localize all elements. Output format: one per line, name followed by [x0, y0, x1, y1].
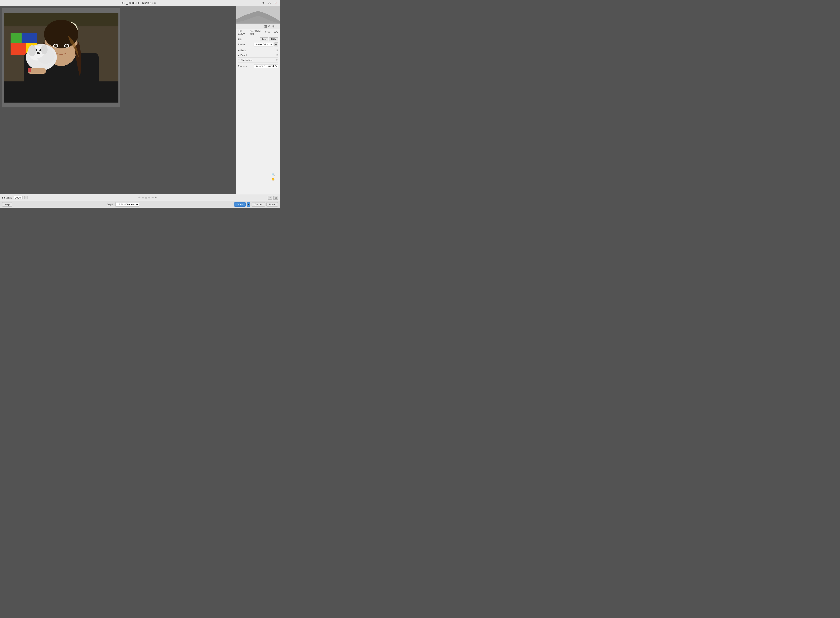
detail-eye-icon[interactable]: ◎	[276, 54, 278, 56]
bottom-right: □ ▥	[268, 196, 278, 200]
svg-point-16	[54, 45, 57, 47]
calibration-chevron: ▼	[238, 59, 240, 61]
photo-container	[2, 8, 120, 107]
svg-rect-6	[10, 33, 22, 43]
settings-button[interactable]: ⚙	[267, 1, 272, 5]
calibration-section[interactable]: ▼ Calibration ◎	[238, 58, 278, 62]
footer-left: Help	[2, 202, 12, 206]
svg-point-27	[41, 45, 48, 54]
profile-label: Profile	[238, 43, 245, 46]
depth-select[interactable]: 8 Bits/Channel 16 Bits/Channel 32 Bits/C…	[115, 202, 139, 206]
detail-section[interactable]: ▶ Detail ◎	[238, 53, 278, 58]
detail-chevron: ▶	[238, 54, 239, 56]
edit-label: Edit	[238, 38, 242, 41]
bw-button[interactable]: B&W	[269, 37, 278, 41]
histogram-area	[236, 6, 280, 24]
split-view-btn[interactable]: ▥	[274, 196, 278, 200]
profile-select[interactable]: Adobe Color Adobe Landscape Adobe Portra…	[254, 43, 274, 46]
process-label: Process	[238, 65, 247, 68]
aperture-value: f/2.8	[265, 31, 270, 34]
hand-tool-icon[interactable]: ✋	[271, 177, 275, 181]
share-button[interactable]: ⬆	[261, 1, 266, 5]
profile-grid-icon[interactable]: ⊞	[274, 43, 278, 46]
shutter-value: 1/60s	[272, 31, 278, 34]
svg-rect-7	[22, 33, 37, 43]
bottom-bar: Fit (26%) ▾ ★ ★ ★ ★ ★ ⚑ □ ▥	[0, 194, 280, 201]
footer-center: Depth: 8 Bits/Channel 16 Bits/Channel 32…	[107, 202, 139, 206]
edit-buttons: Auto B&W	[260, 37, 278, 41]
star-2[interactable]: ★	[141, 196, 144, 199]
more-options-icon[interactable]: ⋯	[275, 24, 279, 28]
lens-value: 24-70@57 mm	[250, 30, 262, 35]
depth-label: Depth:	[107, 203, 114, 206]
footer-right: Open ▾ Cancel Done	[234, 202, 278, 207]
photo-inner	[4, 13, 119, 103]
bottom-left: Fit (26%) ▾	[2, 196, 28, 199]
close-button[interactable]: ✕	[274, 1, 278, 5]
done-button[interactable]: Done	[266, 202, 278, 206]
star-1[interactable]: ★	[138, 196, 141, 199]
iso-value: ISO 11400	[238, 30, 247, 35]
profile-select-wrap: Adobe Color Adobe Landscape Adobe Portra…	[254, 43, 278, 46]
eye-view-icon[interactable]: ◎	[271, 24, 275, 28]
basic-chevron: ▶	[238, 49, 239, 52]
zoom-input[interactable]	[14, 196, 23, 199]
open-button[interactable]: Open	[234, 202, 246, 206]
main-layout: ▦ ⊕ ◎ ⋯ ISO 11400 24-70@57 mm f/2.8 1/60…	[0, 6, 280, 194]
edit-row: Edit Auto B&W	[238, 37, 278, 41]
histogram-toggle-icon[interactable]: ▦	[263, 24, 267, 28]
svg-point-25	[37, 52, 40, 54]
process-select[interactable]: Version 6 (Current) Version 5 Version 4 …	[254, 64, 278, 68]
star-3[interactable]: ★	[145, 196, 147, 199]
title-bar-actions: ⬆ ⚙ ✕	[261, 1, 278, 5]
calibration-eye-icon[interactable]: ◎	[276, 58, 278, 61]
photo-display	[4, 13, 119, 103]
meta-strip: ISO 11400 24-70@57 mm f/2.8 1/60s	[236, 29, 280, 36]
profile-row: Profile Adobe Color Adobe Landscape Adob…	[238, 43, 278, 46]
footer-bar: Help Depth: 8 Bits/Channel 16 Bits/Chann…	[0, 201, 280, 208]
crop-icon[interactable]: ⊕	[267, 24, 271, 28]
stars-rating: ★ ★ ★ ★ ★ ⚑	[138, 196, 157, 199]
svg-point-26	[28, 45, 36, 56]
calibration-section-left: ▼ Calibration	[238, 59, 253, 61]
canvas-area	[0, 6, 236, 194]
detail-title: Detail	[240, 54, 247, 56]
br-icons: 🔍 ✋	[271, 172, 275, 181]
svg-rect-8	[10, 43, 26, 55]
fit-label: Fit (26%)	[2, 196, 12, 199]
histogram-chart	[236, 6, 280, 24]
edit-section: Edit Auto B&W Profile Adobe Color Adobe …	[236, 36, 280, 194]
calibration-content: Process Version 6 (Current) Version 5 Ve…	[238, 62, 278, 69]
help-button[interactable]: Help	[2, 202, 12, 206]
basic-section[interactable]: ▶ Basic ◎	[238, 48, 278, 53]
title-bar: DSC_0038.NEF - Nikon Z 6 3 ⬆ ⚙ ✕	[0, 0, 280, 6]
basic-eye-icon[interactable]: ◎	[276, 49, 278, 52]
open-dropdown-arrow[interactable]: ▾	[247, 202, 250, 207]
right-panel: ▦ ⊕ ◎ ⋯ ISO 11400 24-70@57 mm f/2.8 1/60…	[236, 6, 280, 194]
zoom-dropdown[interactable]: ▾	[24, 196, 28, 199]
svg-rect-29	[28, 68, 31, 72]
flag-icon[interactable]: ⚑	[155, 196, 157, 199]
basic-title: Basic	[240, 49, 246, 52]
star-4[interactable]: ★	[148, 196, 151, 199]
single-view-btn[interactable]: □	[268, 196, 272, 200]
svg-point-18	[65, 45, 68, 47]
detail-section-left: ▶ Detail	[238, 54, 247, 56]
basic-section-left: ▶ Basic	[238, 49, 246, 52]
zoom-in-icon[interactable]: 🔍	[271, 172, 275, 177]
cancel-button[interactable]: Cancel	[251, 202, 265, 206]
calibration-title: Calibration	[241, 59, 253, 61]
window-title: DSC_0038.NEF - Nikon Z 6 3	[15, 1, 261, 4]
process-row: Process Version 6 (Current) Version 5 Ve…	[238, 64, 278, 68]
auto-button[interactable]: Auto	[260, 37, 269, 41]
star-5[interactable]: ★	[151, 196, 154, 199]
